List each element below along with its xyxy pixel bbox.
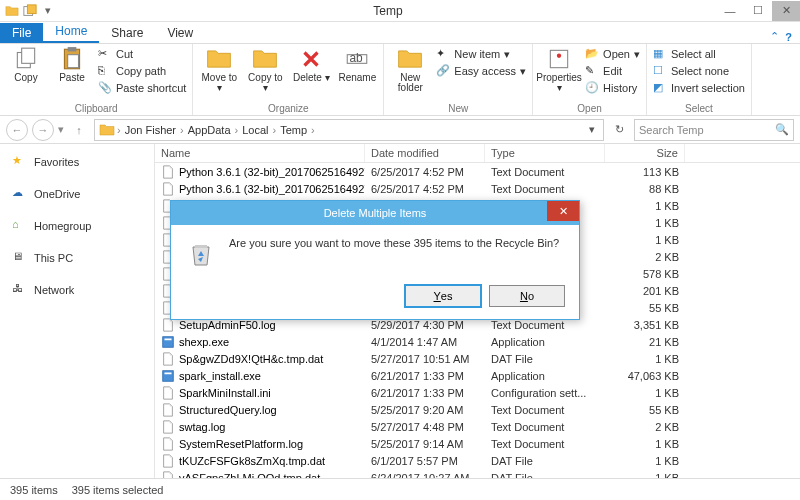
dialog-close-button[interactable]: ✕	[547, 201, 579, 221]
copy-to-button[interactable]: Copy to ▾	[245, 46, 285, 93]
file-row[interactable]: tKUZcFSFGk8sZmXq.tmp.dat6/1/2017 5:57 PM…	[155, 452, 800, 469]
file-row[interactable]: SparkMiniInstall.ini6/21/2017 1:33 PMCon…	[155, 384, 800, 401]
paste-shortcut-button[interactable]: 📎Paste shortcut	[98, 80, 186, 96]
delete-button[interactable]: Delete ▾	[291, 46, 331, 83]
crumb-local[interactable]: Local	[240, 124, 270, 136]
file-size: 47,063 KB	[605, 370, 685, 382]
file-row[interactable]: swtag.log5/27/2017 4:48 PMText Document2…	[155, 418, 800, 435]
svg-rect-8	[68, 55, 79, 68]
file-name: spark_install.exe	[179, 370, 261, 382]
open-button[interactable]: 📂Open ▾	[585, 46, 640, 62]
tab-share[interactable]: Share	[99, 23, 155, 43]
properties-button[interactable]: Properties ▾	[539, 46, 579, 93]
paste-button[interactable]: Paste	[52, 46, 92, 83]
address-dropdown-icon[interactable]: ▾	[585, 123, 599, 136]
back-button[interactable]: ←	[6, 119, 28, 141]
chevron-right-icon[interactable]: ›	[117, 124, 121, 136]
sidebar-network[interactable]: 🖧Network	[4, 278, 150, 302]
ribbon-tabs: File Home Share View ⌃ ?	[0, 22, 800, 44]
help-icon[interactable]: ?	[785, 31, 792, 43]
recent-dropdown[interactable]: ▾	[58, 123, 64, 136]
group-label: Select	[653, 102, 745, 115]
file-row[interactable]: SystemResetPlatform.log5/25/2017 9:14 AM…	[155, 435, 800, 452]
new-window-icon[interactable]	[22, 3, 38, 19]
sidebar-onedrive[interactable]: ☁OneDrive	[4, 182, 150, 206]
easy-access-button[interactable]: 🔗Easy access ▾	[436, 63, 526, 79]
sidebar-favorites[interactable]: ★Favorites	[4, 150, 150, 174]
crumb-user[interactable]: Jon Fisher	[123, 124, 178, 136]
file-type: Text Document	[485, 404, 605, 416]
copy-button[interactable]: Copy	[6, 46, 46, 83]
move-to-button[interactable]: Move to ▾	[199, 46, 239, 93]
chevron-right-icon[interactable]: ›	[272, 124, 276, 136]
file-icon	[161, 335, 175, 349]
chevron-right-icon[interactable]: ›	[180, 124, 184, 136]
select-none-button[interactable]: ☐Select none	[653, 63, 745, 79]
edit-button[interactable]: ✎Edit	[585, 63, 640, 79]
sidebar-thispc[interactable]: 🖥This PC	[4, 246, 150, 270]
new-folder-button[interactable]: New folder	[390, 46, 430, 93]
new-item-button[interactable]: ✦New item ▾	[436, 46, 526, 62]
refresh-button[interactable]: ↻	[608, 119, 630, 141]
breadcrumb[interactable]: › Jon Fisher › AppData › Local › Temp › …	[94, 119, 604, 141]
copy-path-button[interactable]: ⎘Copy path	[98, 63, 186, 79]
paste-shortcut-icon: 📎	[98, 81, 112, 95]
tab-file[interactable]: File	[0, 23, 43, 43]
history-button[interactable]: 🕘History	[585, 80, 640, 96]
col-type[interactable]: Type	[485, 144, 605, 162]
file-type: Text Document	[485, 438, 605, 450]
tab-view[interactable]: View	[155, 23, 205, 43]
file-icon	[161, 420, 175, 434]
address-bar: ← → ▾ ↑ › Jon Fisher › AppData › Local ›…	[0, 116, 800, 144]
file-icon	[161, 471, 175, 479]
qat-dropdown-icon[interactable]: ▾	[40, 3, 56, 19]
file-row[interactable]: vASFgpsZhLMj,QOd.tmp.dat6/24/2017 10:27 …	[155, 469, 800, 478]
search-icon: 🔍	[775, 123, 789, 136]
dialog-title-bar[interactable]: Delete Multiple Items ✕	[171, 201, 579, 225]
sidebar-homegroup[interactable]: ⌂Homegroup	[4, 214, 150, 238]
select-all-button[interactable]: ▦Select all	[653, 46, 745, 62]
search-input[interactable]: Search Temp 🔍	[634, 119, 794, 141]
pc-icon: 🖥	[12, 250, 28, 266]
folder-icon	[99, 122, 115, 138]
svg-rect-3	[27, 4, 36, 13]
dialog-no-button[interactable]: No	[489, 285, 565, 307]
file-size: 55 KB	[605, 302, 685, 314]
recycle-bin-icon	[185, 237, 217, 269]
up-button[interactable]: ↑	[68, 119, 90, 141]
chevron-right-icon[interactable]: ›	[311, 124, 315, 136]
invert-selection-button[interactable]: ◩Invert selection	[653, 80, 745, 96]
collapse-ribbon-icon[interactable]: ⌃	[770, 30, 779, 43]
col-date[interactable]: Date modified	[365, 144, 485, 162]
ribbon-group-open: Properties ▾ 📂Open ▾ ✎Edit 🕘History Open	[533, 44, 647, 115]
delete-dialog: Delete Multiple Items ✕ Are you sure you…	[170, 200, 580, 320]
file-row[interactable]: StructuredQuery.log5/25/2017 9:20 AMText…	[155, 401, 800, 418]
forward-button[interactable]: →	[32, 119, 54, 141]
minimize-button[interactable]: —	[716, 1, 744, 21]
col-name[interactable]: Name	[155, 144, 365, 162]
file-type: Text Document	[485, 421, 605, 433]
file-name: SystemResetPlatform.log	[179, 438, 303, 450]
col-size[interactable]: Size	[605, 144, 685, 162]
file-row[interactable]: Python 3.6.1 (32-bit)_20170625164927_01.…	[155, 180, 800, 197]
close-button[interactable]: ✕	[772, 1, 800, 21]
crumb-temp[interactable]: Temp	[278, 124, 309, 136]
crumb-appdata[interactable]: AppData	[186, 124, 233, 136]
sidebar: ★Favorites ☁OneDrive ⌂Homegroup 🖥This PC…	[0, 144, 155, 478]
file-icon	[161, 403, 175, 417]
tab-home[interactable]: Home	[43, 21, 99, 43]
file-size: 21 KB	[605, 336, 685, 348]
file-row[interactable]: spark_install.exe6/21/2017 1:33 PMApplic…	[155, 367, 800, 384]
dialog-yes-button[interactable]: Yes	[405, 285, 481, 307]
file-row[interactable]: Python 3.6.1 (32-bit)_20170625164927_00.…	[155, 163, 800, 180]
folder-icon	[4, 3, 20, 19]
cut-button[interactable]: ✂Cut	[98, 46, 186, 62]
chevron-right-icon[interactable]: ›	[235, 124, 239, 136]
ribbon-group-new: New folder ✦New item ▾ 🔗Easy access ▾ Ne…	[384, 44, 533, 115]
file-row[interactable]: Sp&gwZDd9X!QtH&c.tmp.dat5/27/2017 10:51 …	[155, 350, 800, 367]
maximize-button[interactable]: ☐	[744, 1, 772, 21]
file-type: Application	[485, 336, 605, 348]
file-row[interactable]: shexp.exe4/1/2014 1:47 AMApplication21 K…	[155, 333, 800, 350]
rename-button[interactable]: abRename	[337, 46, 377, 83]
file-size: 2 KB	[605, 421, 685, 433]
